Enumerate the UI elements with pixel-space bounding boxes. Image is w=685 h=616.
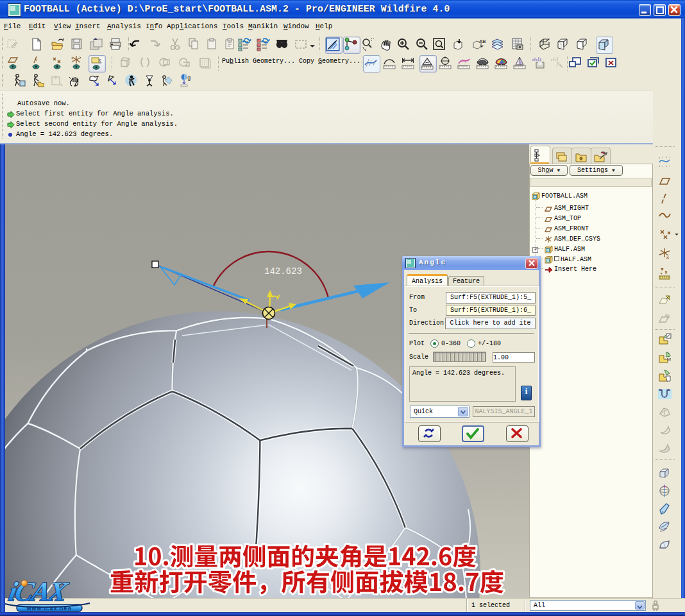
svg-text:AB: AB xyxy=(479,38,486,44)
svg-text:142.623: 142.623 xyxy=(264,266,302,277)
svg-text:iCAX: iCAX xyxy=(6,576,71,606)
svg-text:g: g xyxy=(187,75,190,81)
